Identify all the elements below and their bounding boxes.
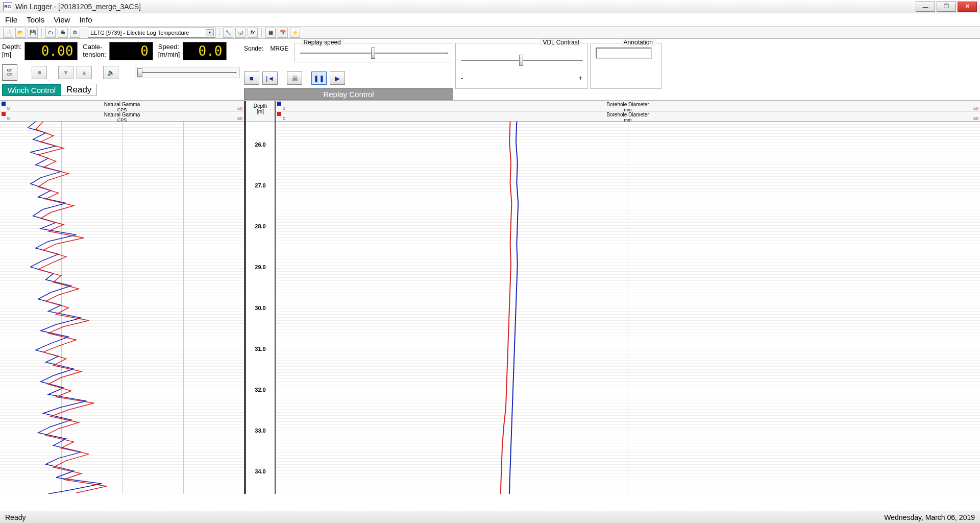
track2-title: Borehole Diameter [276, 102, 980, 107]
tb-chart-icon[interactable]: 📊 [235, 28, 246, 38]
menu-tools[interactable]: Tools [27, 15, 44, 24]
winch-slider[interactable] [135, 67, 240, 78]
replay-print-button[interactable]: 🖶 [287, 72, 302, 85]
depth-readout: 0.00 [24, 42, 78, 60]
cable-readout: 0 [109, 42, 153, 60]
swatch-blue-icon [277, 102, 281, 106]
depth-label: Depth: [m] [2, 43, 21, 59]
tb-bolt-icon[interactable]: ⚡ [290, 28, 300, 38]
close-button[interactable]: ✕ [958, 2, 977, 12]
onoff-button[interactable]: OnOff [2, 64, 17, 81]
chevron-down-icon[interactable]: ▾ [206, 29, 214, 36]
tb-new-icon[interactable]: 📄 [3, 28, 13, 38]
menubar: File Tools View Info [0, 13, 980, 27]
gamma-curves [0, 122, 244, 494]
track1-min: 0 [7, 106, 10, 111]
sonde-label: Sonde: [244, 45, 263, 52]
menu-view[interactable]: View [54, 15, 70, 24]
swatch-red-icon [2, 112, 6, 116]
tb-folder-icon[interactable]: 🗀 [45, 28, 56, 38]
tb-sep [84, 28, 84, 37]
tb-fx-icon[interactable]: fx [248, 28, 258, 38]
minimize-button[interactable]: — [916, 2, 935, 12]
winch-control-tag: Winch Control [2, 84, 61, 96]
swatch-blue-icon [2, 102, 6, 106]
swatch-red-icon [277, 112, 281, 116]
track2b-min: 0 [283, 116, 285, 121]
depth-column: Depth [m] 26.0 27.0 28.0 29.0 30.0 31.0 … [245, 101, 276, 494]
annotation-input[interactable] [596, 47, 652, 59]
vdl-slider[interactable] [461, 55, 582, 66]
track1b-min: 0 [7, 116, 10, 121]
depth-body: 26.0 27.0 28.0 29.0 30.0 31.0 32.0 33.0 … [246, 122, 275, 494]
speed-readout: 0.0 [183, 42, 227, 60]
tb-sep [41, 28, 42, 37]
status-ready: Ready [5, 513, 26, 521]
vdl-plus: + [578, 74, 582, 82]
tb-sep [219, 28, 219, 37]
sonde-value: MRGE [270, 45, 288, 52]
tool-select-combo[interactable]: ELTG [9739] - Electric Log Temperature ▾ [88, 28, 215, 38]
track2-body[interactable] [276, 122, 980, 494]
track1b-max: 50 [237, 116, 242, 121]
replay-stop-button[interactable]: ■ [244, 72, 259, 85]
readout-group: Depth: [m] 0.00 Cable- tension: 0 Speed:… [2, 42, 242, 60]
tb-preview-icon[interactable]: 🗎 [70, 28, 80, 38]
tb-save-icon[interactable]: 💾 [28, 28, 38, 38]
track1-body[interactable] [0, 122, 244, 494]
stop-button[interactable]: ■ [32, 66, 47, 79]
vdl-minus: - [461, 74, 463, 82]
track-borehole: Borehole Diameter mm 0 50 Borehole Diame… [276, 101, 980, 494]
down-button[interactable]: ▼ [58, 66, 74, 79]
replay-speed-legend: Replay speed [300, 39, 344, 46]
tb-calendar-icon[interactable]: 📅 [278, 28, 288, 38]
log-area: Natural Gamma CPS 0 50 Natural Gamma CPS… [0, 101, 980, 494]
menu-file[interactable]: File [5, 15, 17, 24]
tb-print-icon[interactable]: 🖶 [58, 28, 68, 38]
cable-label: Cable- tension: [83, 43, 106, 59]
replay-pause-button[interactable]: ❚❚ [311, 72, 327, 85]
maximize-button[interactable]: ❐ [937, 2, 956, 12]
track1b-title: Natural Gamma [0, 112, 244, 117]
track1-title: Natural Gamma [0, 102, 244, 107]
track2b-max: 50 [973, 116, 978, 121]
annotation-legend: Annotation [621, 39, 656, 46]
replay-control-bar: Replay Control [244, 88, 453, 100]
status-date: Wednesday, March 06, 2019 [884, 513, 975, 521]
speed-label: Speed: [m/min] [158, 43, 180, 59]
menu-info[interactable]: Info [79, 15, 92, 24]
replay-rewind-button[interactable]: |◄ [262, 72, 278, 85]
track2-max: 50 [973, 106, 978, 111]
replay-play-button[interactable]: ▶ [330, 72, 345, 85]
track2-min: 0 [283, 106, 285, 111]
statusbar: Ready Wednesday, March 06, 2019 [0, 511, 980, 523]
replay-speed-slider[interactable] [300, 47, 448, 59]
titlebar: RG Win Logger - [20181205_merge_3ACS] — … [0, 0, 980, 13]
tool-select-value: ELTG [9739] - Electric Log Temperature [90, 30, 189, 36]
winch-status: Ready [61, 84, 97, 96]
controls-row: Depth: [m] 0.00 Cable- tension: 0 Speed:… [0, 39, 980, 101]
tb-sep [261, 28, 262, 37]
vdl-legend: VDL Contrast [540, 39, 582, 46]
tb-wrench-icon[interactable]: 🔧 [223, 28, 233, 38]
depth-unit: [m] [246, 109, 275, 114]
toolbar: 📄 📂 💾 🗀 🖶 🗎 ELTG [9739] - Electric Log T… [0, 27, 980, 39]
app-icon: RG [3, 2, 12, 11]
sound-button[interactable]: 🔈 [103, 66, 118, 79]
up-button[interactable]: ▲ [77, 66, 92, 79]
track2b-title: Borehole Diameter [276, 112, 980, 117]
depth-title: Depth [246, 103, 275, 109]
window-title: Win Logger - [20181205_merge_3ACS] [15, 3, 141, 11]
tb-open-icon[interactable]: 📂 [15, 28, 26, 38]
borehole-curves [276, 122, 980, 494]
track-natural-gamma: Natural Gamma CPS 0 50 Natural Gamma CPS… [0, 101, 245, 494]
tb-grid-icon[interactable]: ▦ [265, 28, 276, 38]
track1-max: 50 [237, 106, 242, 111]
